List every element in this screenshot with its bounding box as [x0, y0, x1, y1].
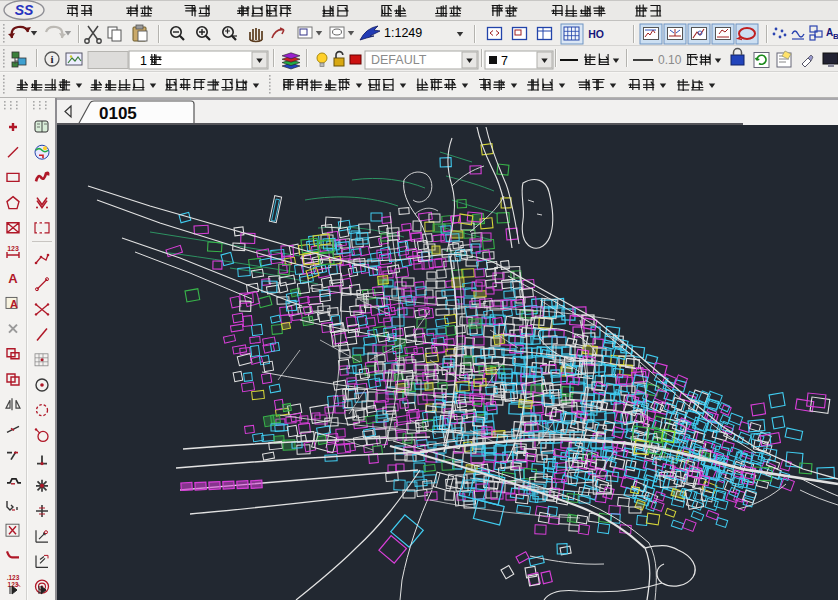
svg-text:1: 1 — [140, 54, 147, 68]
svg-text:0105: 0105 — [99, 104, 137, 123]
svg-text:SS: SS — [15, 2, 34, 18]
svg-text:1:1249: 1:1249 — [384, 26, 422, 40]
svg-text:DEFAULT: DEFAULT — [371, 53, 427, 67]
svg-text:i: i — [50, 53, 53, 65]
svg-text:B: B — [833, 32, 838, 41]
svg-text:123: 123 — [7, 245, 19, 252]
svg-text:7: 7 — [501, 54, 508, 68]
svg-text:0.10: 0.10 — [658, 53, 682, 67]
svg-text:A: A — [10, 298, 18, 310]
svg-text:.123: .123 — [7, 574, 20, 581]
svg-text:A: A — [8, 271, 18, 286]
svg-text:HO: HO — [588, 28, 604, 40]
